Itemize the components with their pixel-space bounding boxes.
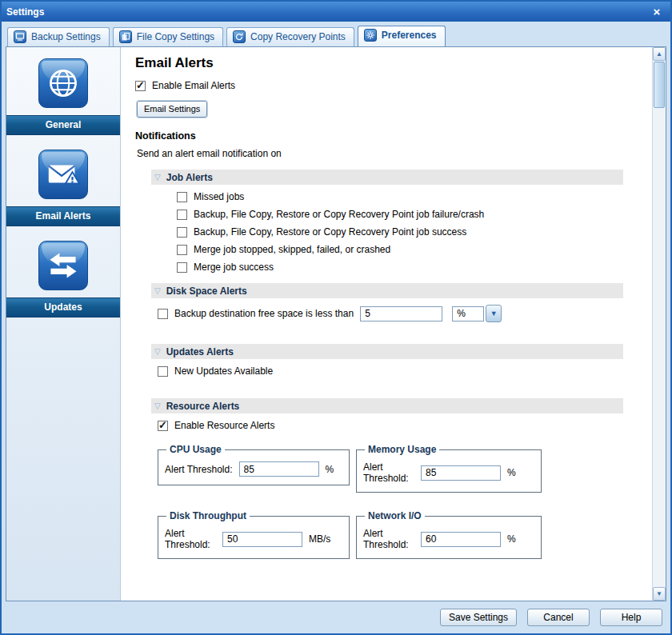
job-alert-label: Backup, File Copy, Restore or Copy Recov… [194, 226, 466, 238]
threshold-row: Alert Threshold: MB/s [165, 528, 341, 550]
tab-backup-settings[interactable]: Backup Settings [7, 27, 110, 46]
collapse-icon[interactable]: ▽ [154, 174, 161, 182]
threshold-label: Alert Threshold: [165, 464, 233, 475]
dialog-footer: Save Settings Cancel Help [2, 601, 670, 633]
job-success-checkbox[interactable] [177, 227, 187, 238]
memory-usage-group: Memory Usage Alert Threshold: % [356, 444, 542, 493]
email-alert-icon [38, 150, 88, 199]
main-content: Email Alerts Enable Email Alerts Email S… [121, 47, 652, 601]
scrollbar-thumb[interactable] [654, 62, 665, 108]
network-io-input[interactable] [421, 532, 501, 547]
threshold-unit: % [507, 533, 516, 545]
sidebar-item-general[interactable]: General [6, 52, 120, 135]
job-alert-row: Backup, File Copy, Restore or Copy Recov… [177, 226, 623, 238]
backup-settings-icon [14, 30, 26, 43]
new-updates-row: New Updates Available [158, 365, 623, 377]
window-title: Settings [6, 6, 648, 18]
group-title: Memory Usage [365, 444, 439, 455]
enable-resource-alerts-checkbox[interactable] [158, 421, 168, 431]
threshold-row: Alert Threshold: % [165, 461, 341, 477]
dialog-body: General Email Alerts [6, 46, 666, 601]
chevron-down-icon[interactable]: ▼ [486, 305, 502, 322]
threshold-row: Alert Threshold: % [363, 461, 533, 484]
collapse-icon[interactable]: ▽ [154, 348, 161, 356]
job-alert-label: Missed jobs [194, 191, 244, 202]
disk-space-threshold-input[interactable] [360, 306, 442, 321]
disk-throughput-input[interactable] [222, 532, 302, 547]
memory-threshold-input[interactable] [421, 465, 501, 481]
scrollbar-track[interactable] [653, 61, 666, 587]
threshold-label: Alert Threshold: [363, 461, 414, 484]
updates-alerts-header: ▽ Updates Alerts [151, 344, 623, 359]
enable-email-alerts-label: Enable Email Alerts [152, 80, 235, 91]
close-icon[interactable]: × [648, 5, 666, 19]
tab-copy-recovery-points[interactable]: Copy Recovery Points [226, 27, 354, 46]
tab-label: Backup Settings [31, 31, 101, 42]
tab-label: Copy Recovery Points [250, 31, 346, 42]
disk-space-unit-combo: % ▼ [452, 305, 502, 322]
threshold-unit: % [507, 467, 516, 478]
cancel-button[interactable]: Cancel [527, 609, 590, 626]
sidebar-item-label: Email Alerts [6, 206, 120, 226]
sidebar-item-email-alerts[interactable]: Email Alerts [6, 143, 120, 226]
tab-file-copy-settings[interactable]: File Copy Settings [113, 27, 223, 46]
threshold-row: Alert Threshold: % [363, 528, 533, 550]
resource-alerts-header: ▽ Resource Alerts [151, 398, 623, 413]
alert-sections: ▽ Job Alerts Missed jobs Backup, File Co… [151, 170, 623, 559]
job-alert-row: Backup, File Copy, Restore or Copy Recov… [177, 209, 623, 220]
threshold-unit: % [326, 464, 334, 475]
preferences-icon [364, 29, 377, 42]
job-alert-label: Merge job stopped, skipped, failed, or c… [194, 244, 390, 255]
job-alerts-header: ▽ Job Alerts [151, 170, 623, 185]
tab-label: File Copy Settings [137, 31, 214, 42]
group-title: Disk Throughput [166, 510, 250, 521]
save-settings-button[interactable]: Save Settings [440, 609, 517, 626]
job-alert-label: Backup, File Copy, Restore or Copy Recov… [194, 209, 484, 220]
notifications-heading: Notifications [135, 130, 641, 142]
scroll-up-icon[interactable]: ▲ [653, 47, 666, 61]
job-failure-checkbox[interactable] [177, 210, 187, 220]
threshold-label: Alert Threshold: [165, 528, 216, 550]
group-title: CPU Usage [166, 444, 225, 455]
page-title: Email Alerts [135, 55, 641, 71]
collapse-icon[interactable]: ▽ [154, 402, 161, 410]
updates-icon [38, 241, 88, 290]
collapse-icon[interactable]: ▽ [154, 287, 161, 295]
resource-threshold-groups: CPU Usage Alert Threshold: % Memory Usag… [158, 444, 623, 559]
merge-stopped-checkbox[interactable] [177, 245, 187, 255]
disk-space-alerts-header: ▽ Disk Space Alerts [151, 283, 623, 298]
file-copy-settings-icon [119, 30, 132, 43]
merge-success-checkbox[interactable] [177, 262, 187, 273]
enable-resource-alerts-label: Enable Resource Alerts [174, 420, 274, 431]
scroll-down-icon[interactable]: ▼ [653, 587, 666, 601]
disk-space-label: Backup destination free space is less th… [174, 308, 354, 319]
disk-throughput-group: Disk Throughput Alert Threshold: MB/s [158, 510, 350, 559]
sidebar: General Email Alerts [6, 47, 121, 601]
disk-space-row: Backup destination free space is less th… [158, 305, 623, 322]
copy-recovery-points-icon [233, 30, 246, 43]
disk-space-checkbox[interactable] [158, 309, 168, 319]
help-button[interactable]: Help [600, 609, 662, 626]
disk-space-unit-value[interactable]: % [452, 306, 484, 321]
sidebar-item-updates[interactable]: Updates [6, 234, 120, 318]
job-alert-row: Merge job success [177, 262, 623, 273]
tab-label: Preferences [382, 30, 437, 41]
new-updates-label: New Updates Available [174, 365, 273, 377]
sidebar-item-label: Updates [6, 298, 120, 318]
notifications-caption: Send an alert email notification on [137, 148, 641, 159]
job-alert-label: Merge job success [194, 262, 274, 273]
vertical-scrollbar: ▲ ▼ [652, 47, 666, 601]
threshold-unit: MB/s [309, 533, 330, 545]
email-settings-button[interactable]: Email Settings [137, 101, 207, 118]
section-title: Disk Space Alerts [166, 286, 247, 297]
tab-preferences[interactable]: Preferences [358, 26, 446, 46]
job-alert-row: Merge job stopped, skipped, failed, or c… [177, 244, 623, 255]
new-updates-checkbox[interactable] [158, 366, 168, 377]
cpu-threshold-input[interactable] [239, 461, 319, 477]
missed-jobs-checkbox[interactable] [177, 192, 187, 202]
threshold-label: Alert Threshold: [363, 528, 414, 550]
enable-email-alerts-checkbox[interactable] [135, 81, 146, 91]
job-alert-row: Missed jobs [177, 191, 623, 202]
network-io-group: Network I/O Alert Threshold: % [356, 510, 542, 559]
sidebar-item-label: General [6, 115, 120, 135]
